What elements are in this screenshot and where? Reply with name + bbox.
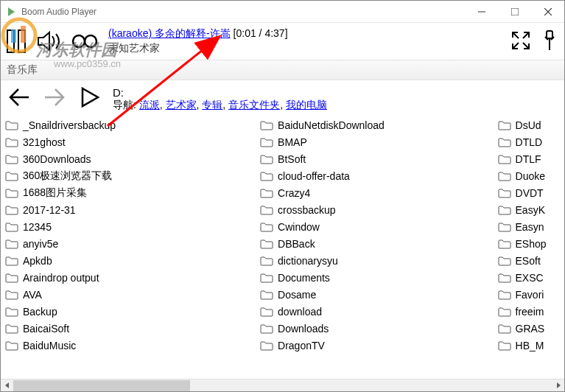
folder-name: freeim (516, 306, 544, 318)
svg-marker-15 (5, 382, 9, 388)
folder-name: EXSC (516, 272, 544, 284)
list-item[interactable]: EXSC (496, 269, 561, 286)
svg-marker-14 (83, 88, 98, 106)
folder-name: DsUd (516, 119, 541, 131)
list-item[interactable]: DragonTV (259, 337, 496, 354)
list-item[interactable]: DsUd (496, 116, 561, 133)
window-title: Boom Audio Player (21, 7, 465, 17)
back-button[interactable] (7, 85, 32, 110)
horizontal-scrollbar[interactable] (1, 379, 564, 391)
list-item[interactable]: EasyK (496, 201, 561, 218)
list-item[interactable]: BMAP (259, 133, 496, 150)
folder-name: Dosame (278, 289, 316, 301)
list-item[interactable]: dictionarysyu (259, 252, 496, 269)
scroll-right-arrow[interactable] (552, 379, 564, 392)
folder-name: Documents (278, 272, 330, 284)
list-item[interactable]: download (259, 303, 496, 320)
navigation-bar: D: 导航: 流派, 艺术家, 专辑, 音乐文件夹, 我的电脑 (1, 80, 564, 116)
list-item[interactable]: DTLF (496, 150, 561, 167)
list-item[interactable]: Apkdb (4, 252, 259, 269)
list-item[interactable]: crossbackup (259, 201, 496, 218)
folder-name: Cwindow (278, 221, 320, 233)
folder-name: Favori (516, 289, 544, 301)
list-item[interactable]: ESoft (496, 252, 561, 269)
list-item[interactable]: 360Downloads (4, 150, 259, 167)
folder-name: Easyn (516, 221, 544, 233)
titlebar: Boom Audio Player (1, 1, 564, 23)
svg-marker-0 (8, 7, 15, 16)
list-item[interactable]: AVA (4, 286, 259, 303)
crumb-folder[interactable]: 音乐文件夹 (228, 99, 280, 111)
list-item[interactable]: 2017-12-31 (4, 201, 259, 218)
close-button[interactable] (531, 1, 564, 23)
track-title-link[interactable]: (karaoke) 多余的解释-许嵩 (108, 27, 231, 39)
list-item[interactable]: Favori (496, 286, 561, 303)
play-all-button[interactable] (77, 85, 102, 110)
track-artist: 未知艺术家 (108, 42, 504, 55)
svg-marker-16 (557, 382, 561, 388)
list-item[interactable]: Dosame (259, 286, 496, 303)
folder-name: 360Downloads (23, 153, 91, 165)
pause-button[interactable] (4, 28, 30, 55)
maximize-button[interactable] (498, 1, 531, 23)
list-item[interactable]: DBBack (259, 235, 496, 252)
folder-name: BaicaiSoft (23, 323, 69, 335)
list-item[interactable]: BaiduMusic (4, 337, 259, 354)
list-item[interactable]: Backup (4, 303, 259, 320)
folder-name: Crazy4 (278, 187, 310, 199)
crumb-album[interactable]: 专辑 (202, 99, 222, 111)
current-path: D: (113, 86, 558, 99)
loop-icon[interactable] (71, 28, 98, 55)
list-item[interactable]: Cwindow (259, 218, 496, 235)
volume-icon[interactable] (38, 28, 64, 55)
list-item[interactable]: _Snaildriversbackup (4, 116, 259, 133)
list-item[interactable]: Documents (259, 269, 496, 286)
list-item[interactable]: anyiv5e (4, 235, 259, 252)
list-item[interactable]: DTLD (496, 133, 561, 150)
svg-rect-5 (7, 30, 14, 52)
folder-name: DTLD (516, 136, 543, 148)
library-label: 音乐库 (1, 60, 564, 80)
list-item[interactable]: BtSoft (259, 150, 496, 167)
crumb-genre[interactable]: 流派 (139, 99, 160, 111)
fullscreen-icon[interactable] (511, 31, 530, 52)
list-item[interactable]: 12345 (4, 218, 259, 235)
list-item[interactable]: Easyn (496, 218, 561, 235)
folder-name: download (278, 306, 322, 318)
app-icon (5, 6, 17, 18)
folder-name: BaiduNetdiskDownload (278, 119, 385, 131)
list-item[interactable]: Crazy4 (259, 184, 496, 201)
list-item[interactable]: Araindrop output (4, 269, 259, 286)
list-item[interactable]: 321ghost (4, 133, 259, 150)
crumb-computer[interactable]: 我的电脑 (286, 99, 327, 111)
folder-name: GRAS (516, 323, 545, 335)
list-item[interactable]: BaicaiSoft (4, 320, 259, 337)
folder-list: _Snaildriversbackup321ghost360Downloads3… (1, 116, 564, 371)
folder-name: Apkdb (23, 255, 52, 267)
minimize-button[interactable] (465, 1, 498, 23)
list-item[interactable]: 1688图片采集 (4, 184, 259, 201)
list-item[interactable]: Duoke (496, 167, 561, 184)
folder-name: AVA (23, 289, 42, 301)
svg-line-12 (523, 43, 528, 48)
folder-name: Downloads (278, 323, 329, 335)
list-item[interactable]: DVDT (496, 184, 561, 201)
crumb-artist[interactable]: 艺术家 (166, 99, 197, 111)
scroll-thumb[interactable] (13, 380, 190, 391)
list-item[interactable]: HB_M (496, 337, 561, 354)
folder-name: Duoke (516, 170, 545, 182)
folder-name: _Snaildriversbackup (23, 119, 116, 131)
list-item[interactable]: freeim (496, 303, 561, 320)
breadcrumb: 导航: 流派, 艺术家, 专辑, 音乐文件夹, 我的电脑 (113, 99, 558, 112)
list-item[interactable]: BaiduNetdiskDownload (259, 116, 496, 133)
folder-name: BMAP (278, 136, 307, 148)
scroll-left-arrow[interactable] (1, 379, 13, 392)
list-item[interactable]: 360极速浏览器下载 (4, 167, 259, 184)
list-item[interactable]: cloud-offer-data (259, 167, 496, 184)
list-item[interactable]: EShop (496, 235, 561, 252)
folder-name: anyiv5e (23, 238, 58, 250)
forward-button[interactable] (42, 85, 67, 110)
list-item[interactable]: Downloads (259, 320, 496, 337)
list-item[interactable]: GRAS (496, 320, 561, 337)
settings-icon[interactable] (541, 29, 558, 54)
